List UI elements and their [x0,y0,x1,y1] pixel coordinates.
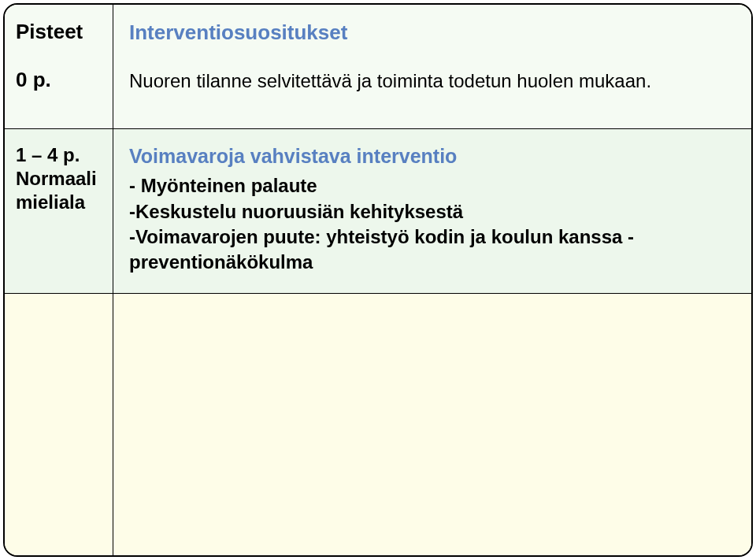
points-heading: Pisteet [16,19,105,45]
bullet-2: -Keskustelu nuoruusiän kehityksestä [129,199,736,224]
score-label-normal: Normaali [16,167,105,191]
header-subtitle: Nuoren tilanne selvitettävä ja toiminta … [129,69,736,94]
header-row: Pisteet 0 p. Interventiosuositukset Nuor… [5,5,751,129]
header-right-cell: Interventiosuositukset Nuoren tilanne se… [113,5,751,128]
empty-right-cell [113,294,751,555]
section-row-1: 1 – 4 p. Normaali mieliala Voimavaroja v… [5,129,751,293]
intervention-title-1: Voimavaroja vahvistava interventio [129,143,736,170]
header-left-cell: Pisteet 0 p. [5,5,113,128]
score-label-mood: mieliala [16,191,105,214]
intervention-recommendations-heading: Interventiosuositukset [129,19,736,46]
section1-left-cell: 1 – 4 p. Normaali mieliala [5,129,113,292]
score-zero: 0 p. [16,67,105,93]
section1-right-cell: Voimavaroja vahvistava interventio - Myö… [113,129,751,292]
empty-row [5,294,751,555]
intervention-table: Pisteet 0 p. Interventiosuositukset Nuor… [3,3,753,557]
score-range-1: 1 – 4 p. [16,143,105,167]
empty-left-cell [5,294,113,555]
bullet-1: - Myönteinen palaute [129,173,736,198]
bullet-3: -Voimavarojen puute: yhteistyö kodin ja … [129,224,736,276]
